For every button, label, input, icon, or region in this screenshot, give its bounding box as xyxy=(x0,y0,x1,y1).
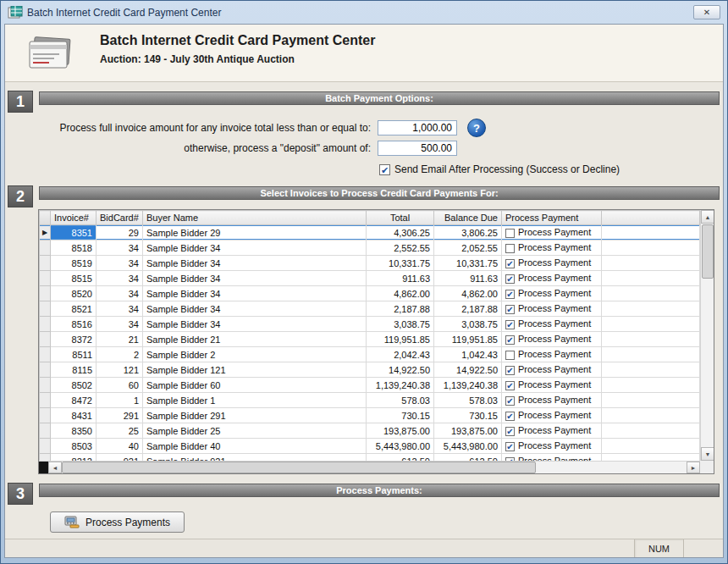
close-button[interactable]: ✕ xyxy=(693,5,720,19)
process-payment-checkbox[interactable]: ✔ xyxy=(505,320,515,329)
invoice-table: Invoice# BidCard# Buyer Name Total Balan… xyxy=(39,210,700,469)
row-selector[interactable] xyxy=(40,317,51,332)
process-payment-checkbox[interactable]: ✔ xyxy=(505,366,515,375)
scroll-up-icon[interactable]: ▲ xyxy=(701,210,714,224)
col-invoice[interactable]: Invoice# xyxy=(51,211,97,225)
header-text: Batch Internet Credit Card Payment Cente… xyxy=(100,33,375,65)
total-cell: 2,552.55 xyxy=(367,241,434,256)
row-selector[interactable] xyxy=(40,301,51,317)
invoice-row[interactable]: 850260Sample Bidder 601,139,240.381,139,… xyxy=(40,378,700,393)
filler-cell xyxy=(602,439,700,454)
total-cell: 4,306.25 xyxy=(367,225,434,241)
row-selector[interactable] xyxy=(40,423,51,439)
col-total[interactable]: Total xyxy=(367,211,434,225)
invoice-row[interactable]: 851634Sample Bidder 343,038.753,038.75✔P… xyxy=(40,317,700,332)
row-selector[interactable] xyxy=(40,408,51,423)
bidcard-cell: 25 xyxy=(97,423,143,439)
invoice-row[interactable]: 8115121Sample Bidder 12114,922.5014,922.… xyxy=(40,362,700,378)
invoice-row[interactable]: 850340Sample Bidder 405,443,980.005,443,… xyxy=(40,439,700,454)
process-payment-cell: ✔Process Payment xyxy=(502,378,602,393)
process-payment-label: Process Payment xyxy=(518,425,591,435)
col-bidcard[interactable]: BidCard# xyxy=(97,211,143,225)
invoice-row[interactable]: 852034Sample Bidder 344,862.004,862.00✔P… xyxy=(40,286,700,301)
col-balance-due[interactable]: Balance Due xyxy=(434,211,502,225)
buyer-name-cell: Sample Bidder 34 xyxy=(143,256,367,271)
invoice-cell: 8520 xyxy=(51,286,97,301)
process-payment-checkbox[interactable]: ✔ xyxy=(505,442,515,451)
process-payment-checkbox[interactable]: ✔ xyxy=(505,274,515,284)
row-selector[interactable] xyxy=(40,439,51,454)
total-cell: 2,187.88 xyxy=(367,301,434,317)
col-process-payment[interactable]: Process Payment xyxy=(502,211,602,225)
invoice-row[interactable]: 851934Sample Bidder 3410,331.7510,331.75… xyxy=(40,256,700,271)
payment-terminal-icon xyxy=(64,516,80,528)
total-cell: 193,875.00 xyxy=(367,423,434,439)
balance-due-cell: 1,139,240.38 xyxy=(434,378,502,393)
section2-header-bar: Select Invoices to Process Credit Card P… xyxy=(39,186,720,200)
balance-due-cell: 2,052.55 xyxy=(434,241,502,256)
deposit-input[interactable] xyxy=(378,141,457,156)
invoice-row[interactable]: 851834Sample Bidder 342,552.552,052.55Pr… xyxy=(40,241,700,256)
balance-due-cell: 4,862.00 xyxy=(434,286,502,301)
scroll-right-icon[interactable]: ► xyxy=(687,462,700,473)
vertical-scroll-thumb[interactable] xyxy=(702,224,714,279)
invoice-row[interactable]: 85112Sample Bidder 22,042.431,042.43Proc… xyxy=(40,347,700,362)
scroll-track[interactable] xyxy=(536,462,687,473)
total-cell: 578.03 xyxy=(367,393,434,408)
help-button[interactable]: ? xyxy=(467,119,486,137)
horizontal-scroll-thumb[interactable] xyxy=(62,462,536,473)
process-payment-checkbox[interactable]: ✔ xyxy=(505,427,515,436)
invoice-cell: 8350 xyxy=(51,423,97,439)
process-payment-cell: ✔Process Payment xyxy=(502,393,602,408)
horizontal-scrollbar[interactable]: ◄ ► xyxy=(39,461,700,473)
section3-badge: 3 xyxy=(8,483,33,505)
scroll-left-icon[interactable]: ◄ xyxy=(48,462,62,473)
col-buyer-name[interactable]: Buyer Name xyxy=(143,211,367,225)
vertical-scrollbar[interactable]: ▲ ▼ xyxy=(700,210,714,461)
process-payment-checkbox[interactable]: ✔ xyxy=(505,259,515,268)
row-selector[interactable] xyxy=(40,332,51,347)
row-selector[interactable] xyxy=(40,378,51,393)
invoice-row[interactable]: 837221Sample Bidder 21119,951.85119,951.… xyxy=(40,332,700,347)
send-email-label: Send Email After Processing (Success or … xyxy=(394,163,620,175)
scroll-down-icon[interactable]: ▼ xyxy=(701,447,714,461)
row-selector[interactable] xyxy=(40,286,51,301)
scrollbar-corner xyxy=(700,461,714,473)
record-selector-block xyxy=(39,462,48,473)
full-amount-input[interactable] xyxy=(378,120,457,135)
invoice-row[interactable]: ▶835129Sample Bidder 294,306.253,806.25P… xyxy=(40,225,700,241)
row-selector[interactable]: ▶ xyxy=(40,225,51,241)
process-payment-checkbox[interactable]: ✔ xyxy=(505,412,515,421)
invoice-row[interactable]: 84721Sample Bidder 1578.03578.03✔Process… xyxy=(40,393,700,408)
buyer-name-cell: Sample Bidder 1 xyxy=(143,393,367,408)
total-cell: 119,951.85 xyxy=(367,332,434,347)
process-payment-checkbox[interactable]: ✔ xyxy=(505,335,515,345)
invoice-row[interactable]: 8431291Sample Bidder 291730.15730.15✔Pro… xyxy=(40,408,700,423)
process-payment-checkbox[interactable] xyxy=(505,351,515,360)
invoice-row[interactable]: 852134Sample Bidder 342,187.882,187.88✔P… xyxy=(40,301,700,317)
balance-due-cell: 193,875.00 xyxy=(434,423,502,439)
filler-cell xyxy=(602,423,700,439)
titlebar: Batch Internet Credit Card Payment Cente… xyxy=(4,1,724,24)
process-payment-checkbox[interactable]: ✔ xyxy=(505,381,515,390)
invoice-row[interactable]: 851534Sample Bidder 34911.63911.63✔Proce… xyxy=(40,271,700,286)
process-payment-label: Process Payment xyxy=(518,242,591,252)
process-payment-checkbox[interactable] xyxy=(505,229,515,238)
row-selector[interactable] xyxy=(40,271,51,286)
row-selector[interactable] xyxy=(40,347,51,362)
process-payment-checkbox[interactable]: ✔ xyxy=(505,396,515,406)
process-payments-button[interactable]: Process Payments xyxy=(50,511,185,533)
total-cell: 3,038.75 xyxy=(367,317,434,332)
row-selector[interactable] xyxy=(40,393,51,408)
total-cell: 1,139,240.38 xyxy=(367,378,434,393)
send-email-checkbox[interactable]: ✔ xyxy=(379,164,390,175)
process-payment-checkbox[interactable] xyxy=(505,244,515,253)
row-selector[interactable] xyxy=(40,256,51,271)
process-payment-checkbox[interactable]: ✔ xyxy=(505,290,515,299)
row-selector[interactable] xyxy=(40,241,51,256)
process-payment-label: Process Payment xyxy=(518,303,591,313)
row-selector[interactable] xyxy=(40,362,51,378)
balance-due-cell: 730.15 xyxy=(434,408,502,423)
process-payment-checkbox[interactable]: ✔ xyxy=(505,305,515,314)
invoice-row[interactable]: 835025Sample Bidder 25193,875.00193,875.… xyxy=(40,423,700,439)
